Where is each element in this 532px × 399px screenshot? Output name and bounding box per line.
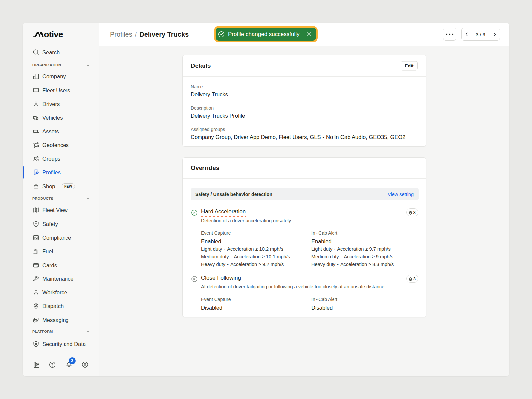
svg-text:otive: otive [44,29,63,38]
